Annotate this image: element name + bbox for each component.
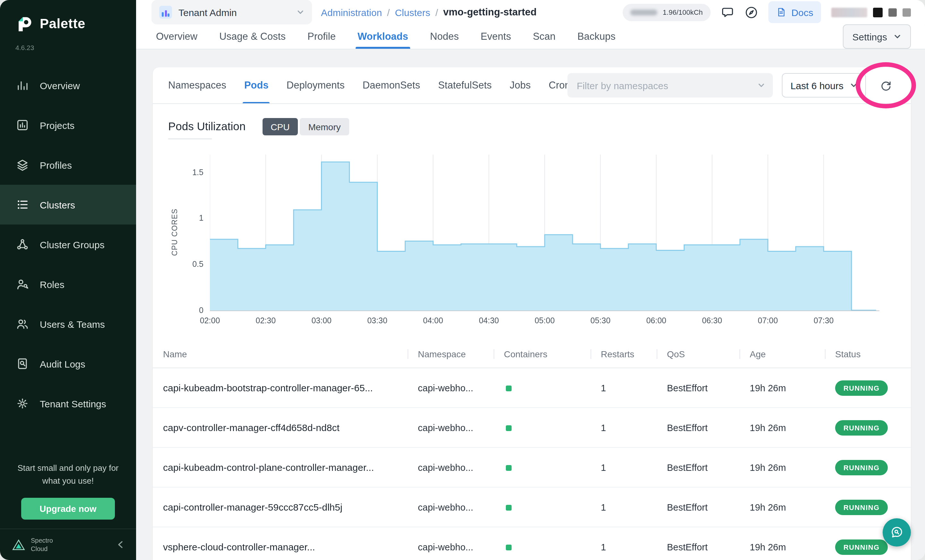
column-header-namespace[interactable]: Namespace bbox=[408, 349, 494, 359]
chart-y-ticks: 00.511.5 bbox=[168, 155, 203, 311]
pod-restarts: 1 bbox=[591, 383, 657, 393]
sidebar-collapse-button[interactable] bbox=[116, 539, 126, 550]
palette-logo-icon bbox=[14, 14, 33, 33]
breadcrumb-administration[interactable]: Administration bbox=[321, 7, 382, 18]
settings-label: Settings bbox=[853, 31, 887, 42]
sidebar-item-users-teams[interactable]: Users & Teams bbox=[0, 304, 136, 344]
pod-age: 19h 26m bbox=[740, 422, 825, 433]
tab-events[interactable]: Events bbox=[481, 24, 511, 49]
breadcrumb-separator: / bbox=[435, 7, 438, 18]
column-header-qos[interactable]: QoS bbox=[657, 349, 740, 359]
pod-name[interactable]: capi-kubeadm-bootstrap-controller-manage… bbox=[153, 382, 408, 393]
sidebar-item-overview[interactable]: Overview bbox=[0, 65, 136, 105]
subtab-cronjobs[interactable]: CronJobs bbox=[549, 68, 568, 103]
upgrade-promo: Start small and only pay for what you us… bbox=[0, 461, 136, 528]
sidebar-item-label: Overview bbox=[40, 80, 80, 91]
tab-overview[interactable]: Overview bbox=[156, 24, 197, 49]
table-body: capi-kubeadm-bootstrap-controller-manage… bbox=[153, 368, 911, 560]
sidebar-item-roles[interactable]: Roles bbox=[0, 264, 136, 304]
workload-subtab-bar: Namespaces Pods Deployments DaemonSets S… bbox=[153, 68, 911, 104]
column-header-containers[interactable]: Containers bbox=[494, 349, 591, 359]
sidebar-footer: Spectro Cloud bbox=[0, 528, 136, 560]
pod-namespace: capi-webho... bbox=[408, 422, 494, 433]
breadcrumb-current-cluster: vmo-getting-started bbox=[443, 6, 536, 18]
usage-credits-pill: 1.96/100kCh bbox=[623, 3, 711, 21]
subtab-statefulsets[interactable]: StatefulSets bbox=[438, 68, 492, 103]
pod-namespace: capi-webho... bbox=[408, 383, 494, 393]
settings-button[interactable]: Settings bbox=[843, 24, 911, 49]
table-row[interactable]: capi-controller-manager-59ccc87cc5-dlh5j… bbox=[153, 488, 911, 527]
table-row[interactable]: capi-kubeadm-control-plane-controller-ma… bbox=[153, 448, 911, 488]
container-status-square bbox=[506, 425, 512, 431]
sidebar-item-label: Profiles bbox=[40, 159, 72, 170]
tenant-icon bbox=[159, 6, 172, 19]
column-header-status[interactable]: Status bbox=[825, 349, 911, 359]
pod-namespace: capi-webho... bbox=[408, 542, 494, 552]
pod-name[interactable]: capi-kubeadm-control-plane-controller-ma… bbox=[153, 462, 408, 473]
refresh-icon bbox=[880, 79, 892, 92]
users-teams-icon bbox=[16, 318, 29, 330]
docs-button[interactable]: Docs bbox=[768, 1, 821, 23]
column-header-name[interactable]: Name bbox=[153, 349, 408, 359]
workload-subtabs: Namespaces Pods Deployments DaemonSets S… bbox=[153, 68, 568, 103]
sidebar-item-projects[interactable]: Projects bbox=[0, 105, 136, 145]
document-icon bbox=[776, 7, 786, 17]
refresh-area bbox=[875, 74, 897, 96]
sidebar-item-tenant-settings[interactable]: Tenant Settings bbox=[0, 384, 136, 423]
brand-name: Spectro Cloud bbox=[31, 536, 60, 553]
column-header-age[interactable]: Age bbox=[740, 349, 825, 359]
tenant-selector[interactable]: Tenant Admin bbox=[152, 0, 312, 24]
memory-toggle-button[interactable]: Memory bbox=[300, 118, 349, 135]
pod-name[interactable]: capv-controller-manager-cff4d658d-nd8ct bbox=[153, 422, 408, 433]
subtab-pods[interactable]: Pods bbox=[244, 68, 269, 103]
projects-icon bbox=[16, 119, 29, 132]
sidebar-item-profiles[interactable]: Profiles bbox=[0, 145, 136, 185]
container-status-square bbox=[506, 504, 512, 510]
time-range-select[interactable]: Last 6 hours bbox=[782, 73, 866, 98]
sidebar-item-audit-logs[interactable]: Audit Logs bbox=[0, 344, 136, 384]
time-range-value: Last 6 hours bbox=[791, 80, 844, 91]
column-header-restarts[interactable]: Restarts bbox=[591, 349, 657, 359]
topbar-right: 1.96/100kCh Docs bbox=[623, 1, 911, 23]
cpu-toggle-button[interactable]: CPU bbox=[262, 118, 298, 135]
docs-label: Docs bbox=[791, 7, 813, 18]
namespace-filter-input[interactable] bbox=[575, 79, 753, 92]
pod-age: 19h 26m bbox=[740, 542, 825, 552]
support-chat-button[interactable] bbox=[883, 518, 911, 546]
sidebar-item-clusters[interactable]: Clusters bbox=[0, 185, 136, 225]
breadcrumb-clusters[interactable]: Clusters bbox=[395, 7, 430, 18]
pod-age: 19h 26m bbox=[740, 502, 825, 512]
refresh-button[interactable] bbox=[880, 79, 892, 92]
chevron-left-icon bbox=[116, 539, 126, 550]
table-row[interactable]: capv-controller-manager-cff4d658d-nd8ct … bbox=[153, 408, 911, 448]
pod-name[interactable]: vsphere-cloud-controller-manager... bbox=[153, 541, 408, 552]
chevron-down-icon[interactable] bbox=[758, 81, 765, 89]
tenant-settings-icon bbox=[16, 397, 29, 410]
table-row[interactable]: vsphere-cloud-controller-manager... capi… bbox=[153, 527, 911, 560]
roles-icon bbox=[16, 278, 29, 291]
pod-name[interactable]: capi-controller-manager-59ccc87cc5-dlh5j bbox=[153, 501, 408, 512]
pod-age: 19h 26m bbox=[740, 383, 825, 393]
upgrade-now-button[interactable]: Upgrade now bbox=[21, 498, 115, 519]
tab-backups[interactable]: Backups bbox=[577, 24, 616, 49]
audit-logs-icon bbox=[16, 357, 29, 370]
explore-button[interactable] bbox=[745, 6, 758, 19]
tab-usage-costs[interactable]: Usage & Costs bbox=[219, 24, 286, 49]
subtab-deployments[interactable]: Deployments bbox=[286, 68, 345, 103]
subtab-daemonsets[interactable]: DaemonSets bbox=[363, 68, 420, 103]
tab-profile[interactable]: Profile bbox=[307, 24, 336, 49]
tab-workloads[interactable]: Workloads bbox=[357, 24, 408, 49]
sidebar-item-label: Cluster Groups bbox=[40, 239, 105, 250]
sidebar-item-label: Users & Teams bbox=[40, 318, 105, 329]
chat-button[interactable] bbox=[721, 6, 734, 19]
table-row[interactable]: capi-kubeadm-bootstrap-controller-manage… bbox=[153, 368, 911, 408]
container-status-square bbox=[506, 465, 512, 470]
subtab-jobs[interactable]: Jobs bbox=[510, 68, 531, 103]
subtab-namespaces[interactable]: Namespaces bbox=[168, 68, 226, 103]
pod-qos: BestEffort bbox=[657, 542, 740, 552]
pods-utilization-section: Pods Utilization CPU Memory CPU CORES 00… bbox=[153, 104, 911, 332]
sidebar-item-cluster-groups[interactable]: Cluster Groups bbox=[0, 225, 136, 264]
tab-nodes[interactable]: Nodes bbox=[430, 24, 459, 49]
tab-scan[interactable]: Scan bbox=[533, 24, 556, 49]
sidebar-item-label: Audit Logs bbox=[40, 358, 85, 369]
